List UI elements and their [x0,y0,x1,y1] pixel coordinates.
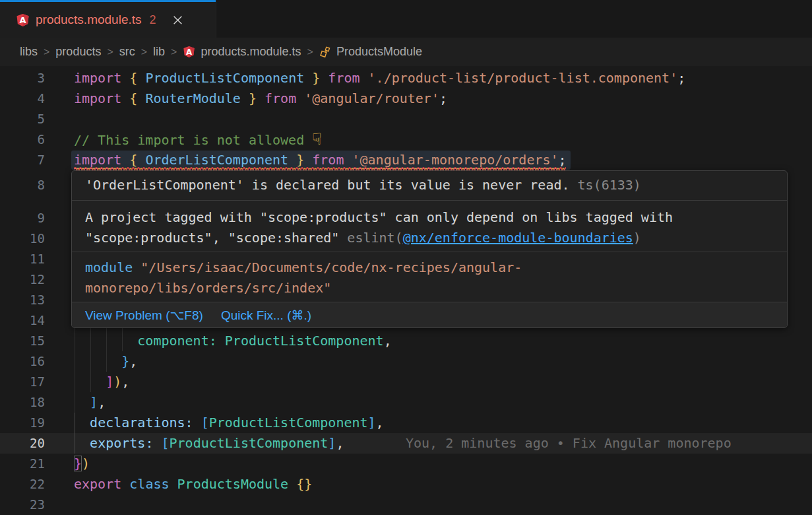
pointing-down-icon: ☟ [312,130,321,149]
vscode-window: { "tab_bar": { "tab": { "title": "produc… [0,0,812,515]
breadcrumb-separator: > [44,46,49,58]
line-number: 7 [0,150,45,170]
code-line[interactable]: ]), [74,372,812,392]
hover-status-bar: View Problem (⌥F8) Quick Fix... (⌘.) [72,302,787,327]
breadcrumb-separator: > [307,46,313,58]
editor-row: 4import { RouterModule } from '@angular/… [0,88,812,109]
line-number: 6 [0,129,45,150]
code-line[interactable]: }) [74,454,812,474]
editor-row: 21}) [0,454,812,474]
line-number: 11 [0,249,45,269]
line-number: 4 [0,88,45,109]
editor-row: 6// This import is not allowed ☟ [0,129,812,150]
editor-row: 3import { ProductListComponent } from '.… [0,68,812,88]
breadcrumb-item-src[interactable]: src [119,45,135,59]
editor-row: 16 }, [0,351,812,372]
diagnostic-source: eslint( [347,230,402,246]
line-number: 20 [0,433,45,454]
symbol-class-icon [319,46,331,58]
tab-problems-badge: 2 [150,13,156,27]
diagnostic-message-line2: "scope:products", "scope:shared" [85,230,347,246]
diagnostic-code: ts(6133) [578,175,641,195]
code-line[interactable]: component: ProductListComponent, [74,331,812,351]
close-icon[interactable] [172,15,183,26]
editor-row: 19 declarations: [ProductListComponent], [0,413,812,433]
line-number: 19 [0,413,45,433]
breadcrumb-item-symbol[interactable]: ProductsModule [336,45,422,59]
line-number: 16 [0,351,45,372]
breadcrumb-separator: > [107,46,113,58]
editor-row: 20 exports: [ProductListComponent],You, … [0,433,812,454]
diagnostic-source-close: ) [633,230,641,246]
line-number: 12 [0,269,45,290]
breadcrumb-item-products[interactable]: products [55,45,101,59]
angular-icon: A [183,46,195,58]
eslint-rule-link[interactable]: @nx/enforce-module-boundaries [403,230,633,246]
code-line[interactable]: ], [74,392,812,413]
line-number: 9 [0,208,45,228]
line-number: 5 [0,109,45,129]
editor-row: 5 [0,109,812,129]
breadcrumb: libs > products > src > lib > A products… [0,38,812,66]
line-number: 23 [0,495,45,515]
editor-row: 15 component: ProductListComponent, [0,331,812,351]
tab-products-module[interactable]: A products.module.ts 2 [0,0,216,38]
hover-diagnostic-eslint: A project tagged with "scope:products" c… [72,201,787,253]
editor-pane: 3import { ProductListComponent } from '.… [0,66,812,515]
tab-bar-empty-area [216,0,812,38]
module-path-line2: monorepo/libs/orders/src/index" [85,280,331,296]
breadcrumb-item-file[interactable]: products.module.ts [201,45,301,59]
tab-title: products.module.ts [36,13,142,27]
editor-row: 17 ]), [0,372,812,392]
line-number: 21 [0,454,45,474]
line-number: 14 [0,310,45,331]
diagnostic-message-line1: A project tagged with "scope:products" c… [85,207,774,228]
line-number: 3 [0,68,45,88]
line-number: 10 [0,228,45,249]
code-line[interactable] [74,109,812,129]
diagnostic-message: 'OrderListComponent' is declared but its… [85,175,570,195]
hover-diagnostic-ts: 'OrderListComponent' is declared but its… [72,171,787,201]
code-line[interactable]: import { RouterModule } from '@angular/r… [74,88,812,109]
breadcrumb-separator: > [141,46,147,58]
angular-icon: A [16,13,30,27]
code-line[interactable]: import { OrderListComponent } from '@ang… [74,150,812,170]
svg-text:A: A [19,15,26,25]
editor-row: 18 ], [0,392,812,413]
line-number: 18 [0,392,45,413]
git-blame-annotation: You, 2 minutes ago • Fix Angular monorep… [406,433,732,454]
quick-fix-button[interactable]: Quick Fix... (⌘.) [221,305,311,326]
breadcrumb-separator: > [171,46,177,58]
editor-row: 7import { OrderListComponent } from '@an… [0,150,812,170]
line-number: 17 [0,372,45,392]
hover-widget: 'OrderListComponent' is declared but its… [71,170,788,328]
code-line[interactable]: // This import is not allowed ☟ [74,129,812,150]
code-line[interactable]: }, [74,351,812,372]
code-line[interactable]: export class ProductsModule {} [74,474,812,495]
line-number: 22 [0,474,45,495]
module-path-line1: "/Users/isaac/Documents/code/nx-recipes/… [141,259,522,275]
view-problem-button[interactable]: View Problem (⌥F8) [85,305,203,326]
editor-row: 22export class ProductsModule {} [0,474,812,495]
line-number: 13 [0,290,45,310]
code-line[interactable] [74,495,812,515]
code-line[interactable]: import { ProductListComponent } from './… [74,68,812,88]
code-line[interactable]: declarations: [ProductListComponent], [74,413,812,433]
breadcrumb-item-lib[interactable]: lib [153,45,165,59]
tab-bar: A products.module.ts 2 [0,0,812,38]
hover-module-info: module "/Users/isaac/Documents/code/nx-r… [72,252,787,302]
line-number: 8 [0,175,45,195]
breadcrumb-item-libs[interactable]: libs [20,45,38,59]
code-line[interactable]: exports: [ProductListComponent],You, 2 m… [74,433,812,454]
line-number: 15 [0,331,45,351]
editor-row: 23 [0,495,812,515]
module-keyword: module [85,259,133,275]
svg-text:A: A [186,48,193,57]
